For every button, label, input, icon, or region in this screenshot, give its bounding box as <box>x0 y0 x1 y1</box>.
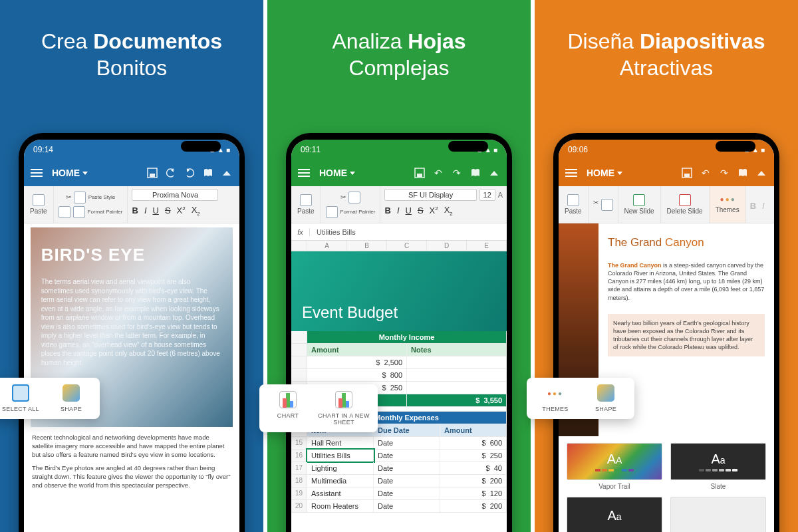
camera-notch <box>448 141 488 152</box>
italic-button[interactable]: I <box>397 205 400 215</box>
clipboard-group: ✂ <box>589 186 618 223</box>
table-row: 19AssistantDate$ 120 <box>291 487 507 500</box>
bold-button[interactable]: B <box>750 201 756 211</box>
strike-button[interactable]: S <box>418 205 424 215</box>
home-tab[interactable]: HOME <box>319 168 355 178</box>
font-selector[interactable]: SF UI Display <box>384 189 476 201</box>
themes-button[interactable]: Themes <box>710 186 746 223</box>
cut-icon[interactable]: ✂ <box>340 194 346 201</box>
select-all-button[interactable]: SELECT ALL <box>0 384 41 412</box>
home-tab[interactable]: HOME <box>587 168 622 178</box>
strike-button[interactable]: S <box>165 205 171 215</box>
theme-card[interactable] <box>670 497 766 532</box>
underline-button[interactable]: U <box>153 205 159 215</box>
quick-actions-card: SELECT ALL SHAPE <box>0 378 100 419</box>
status-time: 09:06 <box>568 145 588 154</box>
theme-card[interactable]: Aa <box>567 497 662 532</box>
app-bar: HOME <box>24 160 239 186</box>
cut-icon[interactable]: ✂ <box>593 199 598 211</box>
headline-sheets: Analiza Hojas Complejas <box>321 0 478 81</box>
delete-slide-button[interactable]: Delete Slide <box>661 186 710 223</box>
collapse-ribbon-icon[interactable] <box>755 167 767 179</box>
theme-card[interactable]: AA Vapor Trail <box>567 443 662 490</box>
save-icon[interactable] <box>146 167 158 179</box>
save-icon[interactable] <box>681 167 693 179</box>
quick-actions-card: CHART CHART IN A NEW SHEET <box>259 384 378 432</box>
format-painter-button[interactable] <box>73 206 85 218</box>
sheet-banner: Event Budget <box>291 251 507 331</box>
italic-button[interactable]: I <box>144 205 147 215</box>
formula-value: Utilities Bills <box>310 228 356 236</box>
italic-button[interactable]: I <box>762 201 765 211</box>
new-slide-button[interactable]: New Slide <box>618 186 661 223</box>
book-icon[interactable] <box>737 167 749 179</box>
svg-rect-1 <box>150 174 155 177</box>
font-selector[interactable]: Proxima Nova <box>132 189 218 201</box>
menu-icon[interactable] <box>298 172 310 174</box>
underline-button[interactable]: U <box>406 205 412 215</box>
font-size-selector[interactable]: 12 <box>479 189 495 201</box>
camera-notch <box>181 141 221 152</box>
ribbon: Paste ✂Paste Style Format Painter Proxim… <box>24 186 239 223</box>
document-paragraph: Recent technological and networking deve… <box>32 434 231 459</box>
undo-icon[interactable] <box>165 167 177 179</box>
superscript-button[interactable]: X2 <box>430 205 438 215</box>
copy-icon[interactable] <box>59 206 70 218</box>
book-icon[interactable] <box>469 167 481 179</box>
copy-icon[interactable] <box>601 199 613 211</box>
undo-icon[interactable]: ↶ <box>700 167 712 179</box>
bold-button[interactable]: B <box>384 205 390 215</box>
undo-icon[interactable]: ↶ <box>432 167 444 179</box>
cut-icon[interactable]: ✂ <box>66 194 71 201</box>
status-time: 09:14 <box>33 145 53 154</box>
table-row: 17LightingDate$ 40 <box>291 462 507 475</box>
subscript-button[interactable]: X2 <box>444 205 453 217</box>
svg-rect-3 <box>417 174 422 177</box>
table-row: 16Utilities BillsDate$ 250 <box>291 450 507 462</box>
redo-icon[interactable]: ↷ <box>451 167 463 179</box>
copy-icon[interactable] <box>348 192 360 203</box>
book-icon[interactable] <box>202 167 214 179</box>
redo-icon[interactable] <box>184 167 196 179</box>
paste-button[interactable]: Paste <box>24 186 54 223</box>
menu-icon[interactable] <box>565 172 577 174</box>
subscript-button[interactable]: X2 <box>192 205 200 217</box>
clipboard-group: ✂Paste Style Format Painter <box>54 186 128 223</box>
collapse-ribbon-icon[interactable] <box>221 167 233 179</box>
bold-button[interactable]: B <box>132 205 138 215</box>
chart-button[interactable]: CHART <box>267 391 309 426</box>
app-bar: HOME ↶ ↷ <box>559 160 774 186</box>
table-row: 15Hall RentDate$ 600 <box>291 437 507 450</box>
theme-card[interactable]: Aa Slate <box>670 443 766 490</box>
format-painter-button[interactable] <box>326 206 338 218</box>
superscript-button[interactable]: X2 <box>177 205 186 215</box>
income-header: Monthly Income <box>307 331 507 343</box>
format-row: B I U S X2 X2 <box>132 203 235 217</box>
shape-button[interactable]: SHAPE <box>51 384 92 412</box>
camera-notch <box>716 141 755 152</box>
collapse-ribbon-icon[interactable] <box>488 167 500 179</box>
chart-new-sheet-button[interactable]: CHART IN A NEW SHEET <box>318 391 370 426</box>
headline-documents: Crea Documentos Bonitos <box>29 0 234 81</box>
status-time: 09:11 <box>301 145 321 154</box>
formula-bar[interactable]: fx Utilities Bills <box>291 223 507 241</box>
ribbon: Paste ✂ Format Painter SF UI Display 12 … <box>291 186 507 223</box>
themes-button[interactable]: THEMES <box>535 384 576 412</box>
menu-icon[interactable] <box>31 172 43 174</box>
paste-button[interactable]: Paste <box>291 186 321 223</box>
home-tab[interactable]: HOME <box>52 168 88 178</box>
redo-icon[interactable]: ↷ <box>718 167 730 179</box>
theme-gallery: AA Vapor Trail Aa Slate <box>559 436 774 497</box>
document-paragraph: The Bird's Eye photos are angled at 40 d… <box>32 464 231 489</box>
font-grow-icon[interactable]: A <box>498 191 503 199</box>
headline-slides: Diseña Diapositivas Atractivas <box>555 0 777 81</box>
panel-slides: Diseña Diapositivas Atractivas 09:06 ▲▲■… <box>531 0 798 532</box>
shape-button[interactable]: SHAPE <box>585 384 626 412</box>
caret-down-icon <box>350 172 355 175</box>
document-title: BIRD'S EYE <box>41 243 223 267</box>
paste-style-button[interactable] <box>74 192 86 203</box>
paste-button[interactable]: Paste <box>559 186 589 223</box>
panel-documents: Crea Documentos Bonitos 09:14 ▲▲■ HOME <box>0 0 263 532</box>
app-bar: HOME ↶ ↷ <box>291 160 507 186</box>
save-icon[interactable] <box>414 167 426 179</box>
